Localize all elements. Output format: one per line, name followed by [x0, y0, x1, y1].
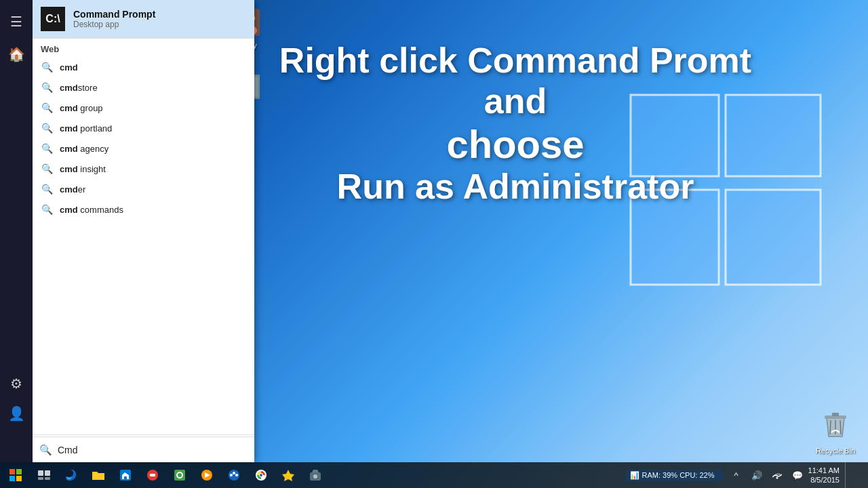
- taskbar-app6[interactable]: [302, 462, 329, 488]
- taskbar-file-explorer[interactable]: [85, 462, 112, 488]
- svg-rect-50: [38, 470, 43, 476]
- ram-cpu-indicator: 📊 RAM: 39% CPU: 22%: [626, 470, 723, 481]
- ram-cpu-icon: 📊: [630, 471, 639, 480]
- taskbar-chrome[interactable]: [248, 462, 275, 488]
- svg-marker-71: [312, 470, 319, 472]
- svg-point-66: [235, 474, 238, 476]
- taskbar-task-view[interactable]: [31, 462, 58, 488]
- search-icon-main: 🔍: [39, 444, 52, 456]
- sidebar-icon-settings[interactable]: ⚙: [1, 369, 31, 399]
- svg-rect-55: [124, 476, 127, 479]
- svg-point-72: [313, 474, 317, 479]
- taskbar-store[interactable]: [112, 462, 139, 488]
- clock-date: 8/5/2015: [808, 475, 840, 485]
- suggestion-cmd[interactable]: 🔍 cmd: [33, 57, 254, 77]
- ram-cpu-text: RAM: 39% CPU: 22%: [642, 471, 715, 479]
- tray-network[interactable]: [768, 462, 787, 488]
- search-icon-cmd-agency: 🔍: [41, 143, 53, 154]
- tray-action-center[interactable]: 💬: [788, 462, 807, 488]
- svg-rect-49: [16, 476, 22, 481]
- recycle-bin[interactable]: Recycle Bin: [813, 408, 858, 458]
- suggestion-cmdstore[interactable]: 🔍 cmdstore: [33, 77, 254, 98]
- svg-rect-57: [150, 474, 155, 476]
- svg-rect-48: [9, 476, 15, 481]
- cmd-prompt-subtitle: Desktop app: [73, 20, 155, 29]
- svg-point-64: [230, 474, 233, 476]
- taskbar-edge[interactable]: [58, 462, 85, 488]
- tray-volume[interactable]: 🔊: [747, 462, 766, 488]
- svg-rect-47: [16, 469, 22, 474]
- svg-point-65: [233, 472, 235, 474]
- cmd-prompt-result[interactable]: C:\ Command Prompt Desktop app: [33, 0, 254, 39]
- suggestion-cmd-commands-text: cmd commands: [60, 205, 123, 215]
- sidebar-icon-hamburger[interactable]: ☰: [1, 7, 31, 37]
- start-sidebar: ☰ 🏠 ⚙ 👤: [0, 0, 33, 462]
- svg-point-69: [260, 474, 262, 476]
- system-clock[interactable]: 11:41 AM 8/5/2015: [808, 466, 840, 485]
- cmd-prompt-name: Command Prompt: [73, 9, 155, 20]
- svg-line-43: [830, 420, 831, 434]
- overlay-line3: Run as Administrator: [258, 167, 773, 207]
- web-header: Web: [33, 39, 254, 57]
- clock-time: 11:41 AM: [808, 466, 840, 475]
- suggestion-cmd-insight-text: cmd insight: [60, 164, 106, 174]
- overlay-line2: choose: [258, 122, 773, 167]
- recycle-bin-icon: [821, 411, 850, 445]
- search-input[interactable]: [58, 445, 248, 455]
- start-button[interactable]: [0, 462, 31, 488]
- cmd-prompt-icon: C:\: [41, 7, 65, 31]
- taskbar-app2[interactable]: [166, 462, 193, 488]
- suggestions-list: 🔍 cmd 🔍 cmdstore 🔍 cmd group 🔍 cmd portl…: [33, 57, 254, 220]
- tray-chevron[interactable]: ^: [727, 462, 746, 488]
- taskbar-app4[interactable]: [220, 462, 248, 488]
- search-bar: 🔍: [33, 436, 254, 462]
- svg-rect-46: [9, 469, 15, 474]
- svg-rect-42: [832, 413, 839, 416]
- svg-rect-53: [45, 477, 50, 480]
- suggestion-cmd-portland-text: cmd portland: [60, 123, 112, 134]
- suggestion-cmder[interactable]: 🔍 cmder: [33, 179, 254, 199]
- system-tray: 📊 RAM: 39% CPU: 22% ^ 🔊 💬 11:41 AM 8/5/2…: [626, 462, 868, 488]
- search-icon-cmd-insight: 🔍: [41, 163, 53, 174]
- svg-point-60: [178, 473, 182, 477]
- search-icon-cmd-commands: 🔍: [41, 204, 53, 215]
- start-menu-content: C:\ Command Prompt Desktop app Web 🔍 cmd…: [33, 0, 254, 462]
- sidebar-icon-home[interactable]: 🏠: [1, 39, 31, 69]
- suggestion-cmd-commands[interactable]: 🔍 cmd commands: [33, 199, 254, 220]
- start-menu: ☰ 🏠 ⚙ 👤 C:\ Command Prompt Desktop app W…: [0, 0, 254, 462]
- svg-point-73: [776, 477, 778, 479]
- overlay-text: Right click Command Promt and choose Run…: [258, 41, 773, 207]
- search-icon-cmder: 🔍: [41, 184, 53, 195]
- sidebar-icon-user[interactable]: 👤: [1, 399, 31, 428]
- suggestion-cmd-portland[interactable]: 🔍 cmd portland: [33, 118, 254, 138]
- suggestion-cmd-group-text: cmd group: [60, 103, 103, 113]
- svg-rect-52: [38, 477, 43, 480]
- recycle-bin-label: Recycle Bin: [816, 447, 855, 455]
- suggestion-cmd-agency[interactable]: 🔍 cmd agency: [33, 138, 254, 159]
- suggestion-cmdstore-text: cmdstore: [60, 83, 98, 93]
- overlay-line1: Right click Command Promt and: [258, 41, 773, 122]
- svg-rect-51: [45, 470, 50, 476]
- taskbar-app1[interactable]: [139, 462, 166, 488]
- taskbar-app3[interactable]: [193, 462, 220, 488]
- search-icon-cmd: 🔍: [41, 62, 53, 73]
- taskbar-app5[interactable]: [275, 462, 302, 488]
- show-desktop[interactable]: [845, 462, 864, 488]
- suggestion-cmd-group[interactable]: 🔍 cmd group: [33, 98, 254, 118]
- search-icon-cmdstore: 🔍: [41, 82, 53, 93]
- suggestion-cmd-insight[interactable]: 🔍 cmd insight: [33, 159, 254, 179]
- svg-line-45: [840, 420, 841, 434]
- taskbar: 📊 RAM: 39% CPU: 22% ^ 🔊 💬 11:41 AM 8/5/2…: [0, 462, 868, 488]
- suggestion-cmd-agency-text: cmd agency: [60, 144, 108, 154]
- search-icon-cmd-group: 🔍: [41, 102, 53, 113]
- search-icon-cmd-portland: 🔍: [41, 123, 53, 134]
- suggestion-cmder-text: cmder: [60, 184, 85, 195]
- suggestion-cmd-text: cmd: [60, 62, 78, 73]
